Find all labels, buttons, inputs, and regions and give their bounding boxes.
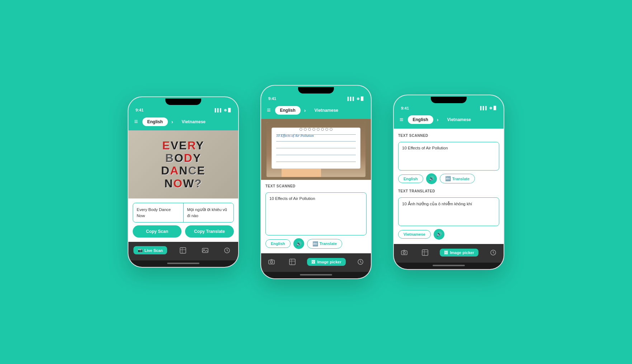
translate-icon-2: 🔤 (312, 241, 318, 246)
content-area-3: TEXT SCANNED 10 Effects of Air Pollution… (394, 129, 504, 244)
camera-button-2[interactable] (265, 257, 278, 267)
poster-line-1: EVERY BODY DANCE NOW? (161, 139, 206, 190)
translate-button-3[interactable]: 🔤 Translate (440, 174, 475, 183)
nav-bar-3: ≡ English › Vietnamese (394, 112, 504, 129)
lang-btn-translated-3[interactable]: Vietnamese (398, 230, 431, 239)
time-1: 9:41 (136, 108, 143, 112)
lang-btn-2[interactable]: English (265, 239, 291, 248)
wifi-icon-1: ⊛ (224, 108, 227, 112)
lang-arrow-1: › (171, 119, 173, 125)
wifi-icon-2: ⊛ (357, 97, 359, 101)
image-picker-wide-2[interactable]: 🖼 Image picker (307, 258, 345, 266)
live-scan-button[interactable]: 📷 Live Scan (133, 246, 167, 254)
lang-btn-scanned-3[interactable]: English (398, 174, 423, 183)
history-button-2[interactable] (354, 257, 367, 267)
live-scan-wide[interactable]: 📷 Live Scan (133, 246, 167, 254)
crop-button-1[interactable] (177, 245, 189, 255)
scanned-label-2: TEXT SCANNED (265, 184, 367, 188)
image-picker-icon-3: 🖼 (444, 250, 448, 255)
battery-icon-1: ▉ (228, 108, 231, 112)
scanned-text-box-3: 10 Effects of Air Pollution (398, 142, 499, 171)
notch-3 (431, 97, 467, 103)
sound-button-translated-3[interactable]: 🔊 (434, 229, 444, 240)
notch-area-1 (128, 97, 238, 105)
crop-button-3[interactable] (419, 248, 431, 258)
svg-rect-6 (269, 260, 274, 264)
time-3: 9:41 (401, 106, 409, 110)
home-bar-2 (300, 274, 332, 276)
menu-icon-1[interactable]: ≡ (133, 117, 139, 126)
history-button-3[interactable] (487, 248, 499, 258)
camera-icon-3 (398, 248, 410, 258)
to-lang-btn-3[interactable]: Vietnamese (442, 115, 476, 124)
translate-button-2[interactable]: 🔤 Translate (307, 239, 342, 249)
home-indicator-2 (261, 272, 371, 278)
signal-icon-3: ▌▌▌ (480, 106, 488, 110)
signal-icon-2: ▌▌▌ (348, 97, 355, 101)
menu-icon-3[interactable]: ≡ (399, 115, 404, 124)
menu-icon-2[interactable]: ≡ (266, 106, 272, 115)
translated-text-box-3: 10 Ảnh hưởng của ô nhiễm không khí (398, 197, 499, 226)
svg-rect-14 (422, 250, 428, 255)
scanned-text-3: 10 Effects of Air Pollution (402, 146, 448, 150)
history-icon-3 (487, 248, 499, 258)
lang-arrow-3: › (437, 117, 439, 123)
notch-2 (298, 87, 334, 94)
status-bar-1: 9:41 ▌▌▌ ⊛ ▉ (128, 105, 238, 114)
scanned-text-box-2: 10 Effects of Air Pollution (265, 192, 367, 235)
home-indicator-3 (394, 263, 504, 269)
svg-rect-0 (180, 248, 186, 253)
crop-icon-1 (177, 245, 189, 255)
gallery-button-1[interactable] (199, 245, 211, 255)
status-icons-1: ▌▌▌ ⊛ ▉ (215, 108, 231, 112)
to-lang-btn-2[interactable]: Vietnamese (310, 106, 344, 115)
svg-rect-3 (202, 248, 208, 253)
home-bar-1 (167, 263, 199, 264)
held-notebook: 10 Effects of Air Pollution (272, 128, 360, 169)
content-area-2: TEXT SCANNED 10 Effects of Air Pollution… (261, 180, 371, 253)
image-picker-button-2[interactable]: 🖼 Image picker (307, 258, 345, 266)
image-picker-wide-3[interactable]: 🖼 Image picker (440, 249, 478, 257)
from-lang-btn-1[interactable]: English (142, 118, 168, 126)
history-icon-1 (221, 245, 233, 255)
scanned-label-3: TEXT SCANNED (398, 134, 499, 138)
crop-icon-3 (419, 248, 431, 258)
nav-bar-2: ≡ English › Vietnamese (261, 103, 371, 119)
action-row-2: English 🔊 🔤 Translate (265, 238, 367, 249)
status-icons-2: ▌▌▌ ⊛ ▉ (348, 97, 364, 101)
image-picker-button-3[interactable]: 🖼 Image picker (440, 249, 478, 257)
translate-label-2: Translate (320, 241, 337, 246)
action-row-translated-3: Vietnamese 🔊 (398, 229, 499, 240)
photo-area-2: 10 Effects of Air Pollution (261, 119, 371, 180)
status-icons-3: ▌▌▌ ⊛ ▉ (480, 106, 496, 110)
phone-1: 9:41 ▌▌▌ ⊛ ▉ ≡ English › Vietnamese EVER… (128, 96, 239, 267)
battery-icon-3: ▉ (494, 106, 496, 110)
translate-icon-3: 🔤 (445, 176, 451, 181)
copy-scan-button[interactable]: Copy Scan (133, 225, 181, 238)
from-lang-btn-2[interactable]: English (275, 106, 301, 115)
camera-area-1: EVERY BODY DANCE NOW? (128, 130, 238, 198)
notch-1 (165, 99, 201, 105)
copy-translate-button[interactable]: Copy Translate (185, 225, 234, 238)
history-button-1[interactable] (221, 245, 233, 255)
phone-body-2: 10 Effects of Air Pollution TEXT SCANNED… (261, 119, 371, 253)
image-picker-icon-2: 🖼 (311, 260, 315, 264)
translated-text-3: 10 Ảnh hưởng của ô nhiễm không khí (402, 202, 472, 206)
phone-3: 9:41 ▌▌▌ ⊛ ▉ ≡ English › Vietnamese TEXT… (393, 95, 504, 270)
sound-button-2[interactable]: 🔊 (293, 238, 304, 249)
scan-translate-cols: Every Body Dance Now Mọi người ơi khiêu … (133, 203, 234, 222)
translate-col: Mọi người ơi khiêu vũ đi nào (184, 203, 234, 222)
crop-button-2[interactable] (286, 257, 298, 267)
svg-rect-12 (401, 251, 407, 255)
from-lang-btn-3[interactable]: English (408, 115, 433, 124)
camera-icon-2 (265, 257, 278, 267)
camera-button-3[interactable] (398, 248, 410, 258)
signal-icon-1: ▌▌▌ (215, 108, 222, 112)
to-lang-btn-1[interactable]: Vietnamese (177, 118, 211, 126)
image-picker-label-2: Image picker (317, 260, 341, 264)
bottom-bar-3: 🖼 Image picker (394, 244, 504, 263)
photo-inner-2: 10 Effects of Air Pollution (267, 122, 365, 177)
time-2: 9:41 (268, 96, 276, 101)
svg-point-7 (270, 261, 273, 263)
sound-button-scanned-3[interactable]: 🔊 (426, 173, 437, 184)
